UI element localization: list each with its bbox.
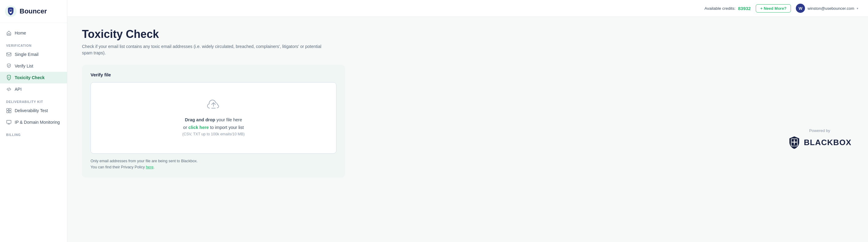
page-title: Toxicity Check (82, 28, 774, 40)
sidebar-section-verification: VERIFICATION (0, 39, 67, 48)
sidebar-logo-text: Bouncer (20, 7, 47, 15)
page-subtitle: Check if your email list contains any to… (82, 43, 333, 56)
privacy-policy-link[interactable]: here (146, 165, 154, 169)
privacy-line2: You can find their Privacy Policy (91, 165, 146, 169)
sidebar-item-single-email[interactable]: Single Email (0, 48, 67, 60)
click-here-link[interactable]: click here (188, 125, 209, 130)
sidebar-item-verify-list[interactable]: Verify List (0, 60, 67, 72)
sidebar-deliverability-test-label: Deliverability Test (15, 108, 48, 113)
sidebar-single-email-label: Single Email (15, 52, 38, 57)
svg-rect-6 (7, 111, 8, 113)
ip-domain-icon (6, 119, 11, 125)
svg-rect-4 (7, 108, 8, 110)
verify-card-title: Verify file (91, 72, 336, 77)
credits-value: 83932 (738, 6, 751, 11)
user-avatar: W (796, 4, 805, 13)
user-email: winston@usebouncer.com (807, 6, 854, 11)
blackbox-name: BLACKBOX (804, 138, 851, 147)
sidebar-item-deliverability-test[interactable]: Deliverability Test (0, 105, 67, 116)
svg-rect-5 (9, 108, 11, 110)
dropzone-hint: (CSV, TXT up to 100k emails/10 MB) (182, 132, 245, 136)
need-more-button[interactable]: + Need More? (756, 4, 791, 12)
content-area: Toxicity Check Check if your email list … (82, 28, 774, 231)
blackbox-logo: BLACKBOX (788, 136, 851, 149)
bouncer-logo-icon (5, 5, 17, 17)
verify-file-card: Verify file Drag and drop your file here… (82, 65, 345, 177)
verify-list-icon (6, 63, 11, 69)
sidebar-logo: Bouncer (0, 0, 67, 23)
header: Available credits: 83932 + Need More? W … (67, 0, 868, 17)
toxicity-icon (6, 75, 11, 80)
svg-point-3 (8, 78, 9, 78)
sidebar-item-ip-domain-monitoring[interactable]: IP & Domain Monitoring (0, 116, 67, 128)
sidebar-section-billing: BILLING (0, 128, 67, 138)
credits-info: Available credits: 83932 (704, 6, 751, 11)
api-icon (6, 87, 11, 92)
sidebar-ip-domain-label: IP & Domain Monitoring (15, 120, 60, 125)
home-icon (6, 30, 11, 36)
sidebar: Bouncer Home VERIFICATION Single Email (0, 0, 67, 242)
blackbox-shield-icon (788, 136, 801, 149)
dropzone-text: Drag and drop your file here or click he… (183, 116, 244, 131)
sidebar-verify-list-label: Verify List (15, 64, 33, 68)
user-menu[interactable]: W winston@usebouncer.com ▾ (796, 4, 858, 13)
svg-rect-7 (9, 111, 11, 113)
sidebar-item-toxicity-check[interactable]: Toxicity Check (0, 72, 67, 83)
privacy-note: Only email addresses from your file are … (91, 158, 336, 170)
privacy-line3: . (154, 165, 154, 169)
sidebar-toxicity-check-label: Toxicity Check (15, 75, 45, 80)
dropzone-or-text: or click here to import your list (183, 125, 244, 130)
drag-drop-bold: Drag and drop your file here (185, 117, 242, 122)
sidebar-navigation: Home VERIFICATION Single Email Verify Li… (0, 23, 67, 242)
file-dropzone[interactable]: Drag and drop your file here or click he… (91, 82, 336, 153)
sidebar-api-label: API (15, 87, 22, 92)
svg-point-1 (10, 9, 12, 12)
main-content: Available credits: 83932 + Need More? W … (67, 0, 868, 242)
envelope-icon (6, 51, 11, 57)
privacy-line1: Only email addresses from your file are … (91, 159, 197, 163)
page-body: Toxicity Check Check if your email list … (67, 17, 868, 242)
svg-rect-2 (7, 53, 11, 56)
sidebar-home-label: Home (15, 31, 26, 35)
credits-label: Available credits: (704, 6, 736, 11)
sidebar-section-deliverability: DELIVERABILITY KIT (0, 95, 67, 105)
chevron-down-icon: ▾ (857, 7, 858, 10)
sidebar-item-home[interactable]: Home (0, 27, 67, 39)
powered-by-label: Powered by (809, 128, 830, 133)
powered-by-panel: Powered by BLACKBOX (786, 28, 853, 231)
upload-cloud-icon (207, 100, 220, 112)
svg-rect-8 (7, 120, 11, 124)
sidebar-item-api[interactable]: API (0, 83, 67, 95)
deliverability-test-icon (6, 108, 11, 113)
